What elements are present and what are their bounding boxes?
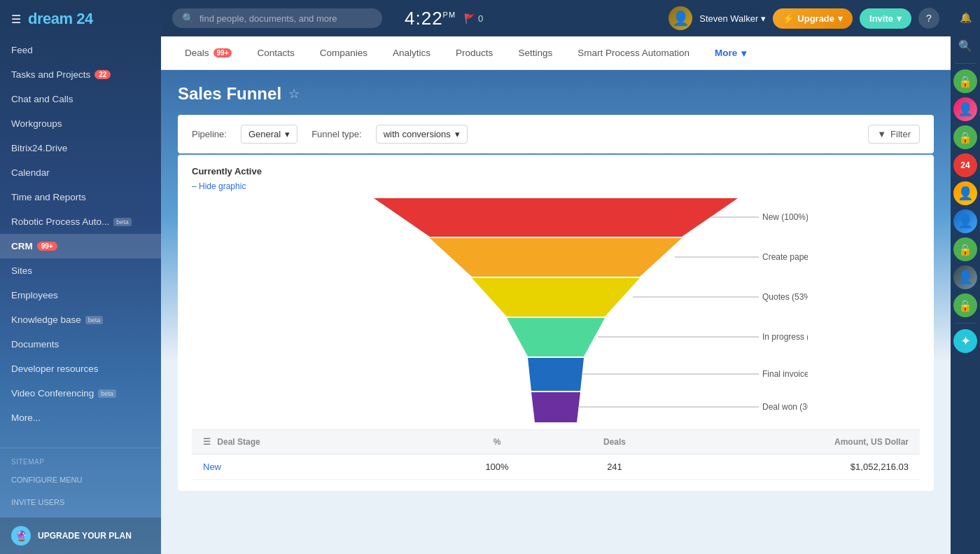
- nav-deals[interactable]: Deals 99+: [172, 38, 244, 68]
- tasks-badge: 22: [94, 70, 111, 79]
- nav-analytics[interactable]: Analytics: [380, 38, 443, 68]
- sidebar-item-knowledge[interactable]: Knowledge base beta: [0, 307, 161, 332]
- rp-search-btn[interactable]: 🔍: [953, 34, 977, 57]
- rpa-beta: beta: [113, 218, 132, 226]
- sidebar-item-feed[interactable]: Feed: [0, 38, 161, 62]
- sidebar-item-video[interactable]: Video Conferencing beta: [0, 381, 161, 406]
- sidebar-item-label: Calendar: [11, 167, 50, 178]
- topbar-right: 👤 Steven Walker ▾ ⚡ Upgrade ▾ Invite ▾ ?: [668, 6, 939, 30]
- pipeline-dropdown[interactable]: General ▾: [241, 125, 298, 144]
- search-input[interactable]: [200, 13, 368, 24]
- sidebar-item-employees[interactable]: Employees: [0, 283, 161, 307]
- sidebar-item-label: Documents: [11, 339, 59, 349]
- rp-notification-bell[interactable]: 🔔: [953, 6, 977, 29]
- rp-avatar-2[interactable]: 👤: [953, 181, 977, 205]
- sidebar-item-crm[interactable]: CRM 99+: [0, 234, 161, 258]
- svg-marker-3: [507, 318, 605, 356]
- filter-icon: ▼: [877, 129, 886, 139]
- user-avatar[interactable]: 👤: [668, 6, 692, 30]
- sidebar-item-more[interactable]: More...: [0, 406, 161, 430]
- sidebar-item-label: Time and Reports: [11, 192, 86, 202]
- nav-settings[interactable]: Settings: [505, 38, 565, 68]
- sidebar-item-workgroups[interactable]: Workgroups: [0, 111, 161, 136]
- favorite-icon[interactable]: ☆: [288, 86, 300, 102]
- nav-companies[interactable]: Companies: [307, 38, 380, 68]
- sidebar-item-tasks[interactable]: Tasks and Projects 22: [0, 62, 161, 87]
- col-deals: Deals: [556, 437, 673, 447]
- hamburger-icon[interactable]: ☰: [11, 13, 21, 26]
- table-row: New 100% 241 $1,052,216.03: [192, 455, 920, 480]
- svg-text:Final invoice (31%): Final invoice (31%): [762, 369, 808, 379]
- rp-lock-1[interactable]: 🔒: [953, 69, 977, 93]
- sidebar-item-label: Video Conferencing: [11, 388, 94, 399]
- search-box[interactable]: 🔍: [172, 8, 382, 28]
- svg-text:Deal won (30%): Deal won (30%): [762, 402, 808, 412]
- cell-stage[interactable]: New: [203, 462, 438, 472]
- rp-avatar-1[interactable]: 👤: [953, 97, 977, 121]
- upgrade-plan-button[interactable]: 🔮 UPGRADE YOUR PLAN: [0, 518, 161, 554]
- sidebar-item-label: Robotic Process Auto...: [11, 216, 109, 227]
- cell-amount: $1,052,216.03: [673, 462, 909, 472]
- col-pct: %: [438, 437, 556, 447]
- configure-menu-label: CONFIGURE MENU: [11, 476, 82, 484]
- rp-cta-button[interactable]: ✦: [953, 329, 977, 353]
- sidebar-item-label: Developer resources: [11, 363, 99, 374]
- crm-nav: Deals 99+ Contacts Companies Analytics P…: [161, 36, 951, 70]
- sidebar-item-developer[interactable]: Developer resources: [0, 356, 161, 381]
- sidebar-item-label: Bitrix24.Drive: [11, 143, 67, 153]
- sitemap-label: SITEMAP: [0, 452, 161, 469]
- main-area: 🔍 4:22PM 🚩 0 👤 Steven Walker ▾ ⚡ Upgrade…: [161, 0, 951, 554]
- funnel-type-dropdown[interactable]: with conversions ▾: [376, 125, 468, 144]
- sidebar-item-sites[interactable]: Sites: [0, 258, 161, 283]
- svg-marker-0: [374, 198, 738, 237]
- funnel-table: ☰ Deal Stage % Deals Amount, US Dollar N…: [192, 429, 920, 480]
- svg-text:Create papers (65%): Create papers (65%): [762, 252, 808, 262]
- knowledge-beta: beta: [85, 316, 104, 324]
- nav-spa[interactable]: Smart Process Automation: [565, 38, 702, 68]
- filter-button[interactable]: ▼ Filter: [868, 125, 920, 144]
- page-title-row: Sales Funnel ☆: [178, 84, 934, 104]
- help-button[interactable]: ?: [918, 8, 939, 29]
- rp-lock-2[interactable]: 🔒: [953, 125, 977, 149]
- upgrade-button[interactable]: ⚡ Upgrade ▾: [773, 8, 853, 29]
- upgrade-plan-icon: 🔮: [11, 526, 31, 546]
- invite-users-item[interactable]: INVITE USERS: [0, 491, 161, 513]
- rp-avatar-4[interactable]: 👤: [953, 265, 977, 289]
- sidebar-item-calendar[interactable]: Calendar: [0, 160, 161, 185]
- rp-24-badge[interactable]: 24: [953, 153, 977, 177]
- nav-products[interactable]: Products: [443, 38, 505, 68]
- invite-users-label: INVITE USERS: [11, 498, 64, 506]
- svg-marker-2: [472, 278, 640, 317]
- nav-more[interactable]: More ▾: [702, 38, 759, 69]
- funnel-chart: New (100%) Create papers (65%) Quotes (5…: [192, 191, 920, 429]
- sidebar-item-rpa[interactable]: Robotic Process Auto... beta: [0, 209, 161, 234]
- svg-text:Quotes (53%): Quotes (53%): [762, 292, 808, 302]
- configure-menu-item[interactable]: CONFIGURE MENU: [0, 469, 161, 491]
- sidebar-item-documents[interactable]: Documents: [0, 332, 161, 356]
- currently-active-label: Currently Active: [192, 166, 262, 176]
- table-header: ☰ Deal Stage % Deals Amount, US Dollar: [192, 430, 920, 455]
- rp-avatar-3[interactable]: 👤: [953, 209, 977, 233]
- user-name[interactable]: Steven Walker ▾: [699, 13, 766, 24]
- video-beta: beta: [98, 389, 116, 398]
- invite-button[interactable]: Invite ▾: [860, 8, 911, 29]
- sidebar-item-label: Employees: [11, 290, 58, 300]
- sidebar-item-time[interactable]: Time and Reports: [0, 185, 161, 209]
- sidebar-item-label: Knowledge base: [11, 314, 81, 325]
- topbar: 🔍 4:22PM 🚩 0 👤 Steven Walker ▾ ⚡ Upgrade…: [161, 0, 951, 36]
- rp-divider-2: [955, 323, 976, 324]
- cell-deals: 241: [556, 462, 673, 472]
- page-title: Sales Funnel: [178, 84, 281, 104]
- svg-marker-5: [531, 392, 580, 422]
- flag-button[interactable]: 🚩 0: [464, 13, 483, 24]
- sidebar-item-chat[interactable]: Chat and Calls: [0, 87, 161, 111]
- app-title: dream 24: [28, 10, 93, 28]
- rp-lock-3[interactable]: 🔒: [953, 237, 977, 261]
- svg-marker-4: [528, 358, 584, 391]
- sidebar-item-drive[interactable]: Bitrix24.Drive: [0, 136, 161, 160]
- funnel-svg: New (100%) Create papers (65%) Quotes (5…: [304, 191, 808, 429]
- nav-contacts[interactable]: Contacts: [244, 38, 307, 68]
- rp-lock-4[interactable]: 🔒: [953, 293, 977, 317]
- hide-graphic-link[interactable]: – Hide graphic: [192, 181, 246, 191]
- upgrade-plan-label: UPGRADE YOUR PLAN: [38, 531, 132, 541]
